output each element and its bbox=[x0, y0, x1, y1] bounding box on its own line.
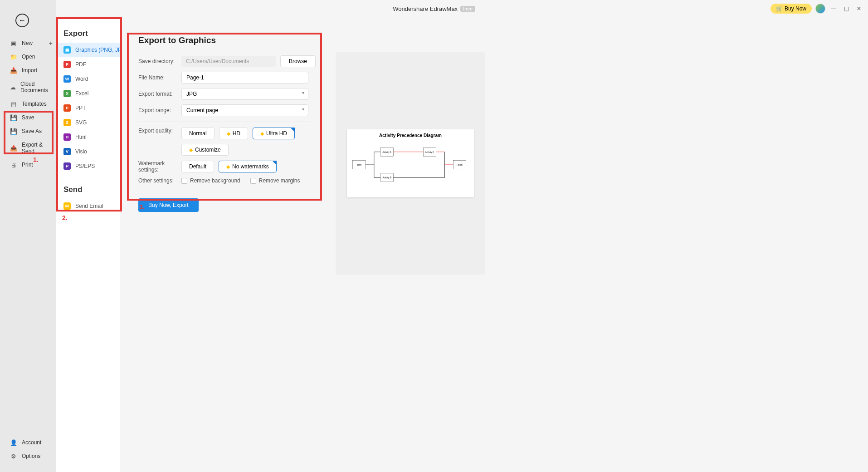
send-heading: Send bbox=[56, 182, 120, 199]
watermark-none-button[interactable]: ◆No watermarks bbox=[219, 161, 277, 172]
sidebar-item-open[interactable]: 📁 Open bbox=[0, 50, 56, 64]
diamond-icon: ◆ bbox=[260, 131, 264, 137]
svg-text:Activity C: Activity C bbox=[425, 151, 434, 153]
free-badge: Free bbox=[460, 6, 475, 12]
export-item-ppt[interactable]: P PPT bbox=[56, 101, 120, 115]
quality-customize-button[interactable]: ◆Customize bbox=[181, 144, 229, 156]
export-item-word[interactable]: W Word bbox=[56, 72, 120, 86]
svg-text:Activity A: Activity A bbox=[383, 151, 392, 153]
export-item-visio[interactable]: V Visio bbox=[56, 144, 120, 159]
sidebar-item-new[interactable]: ▣ New + bbox=[0, 36, 56, 50]
annotation-label-2: 2. bbox=[62, 214, 68, 221]
watermark-default-button[interactable]: Default bbox=[181, 161, 214, 172]
file-name-input[interactable] bbox=[181, 72, 308, 84]
minimize-button[interactable]: — bbox=[829, 4, 838, 13]
export-item-graphics[interactable]: ▣ Graphics (PNG, JPG e... bbox=[56, 43, 120, 57]
export-item-svg[interactable]: S SVG bbox=[56, 115, 120, 130]
svg-label: SVG bbox=[75, 119, 87, 126]
export-range-select[interactable]: Current page bbox=[181, 104, 308, 116]
close-button[interactable]: ✕ bbox=[854, 4, 863, 13]
sidebar-item-export-send[interactable]: 📤 Export & Send bbox=[0, 138, 56, 158]
export-button[interactable]: Buy Now, Export bbox=[138, 198, 199, 212]
excel-icon: X bbox=[63, 90, 71, 97]
diamond-icon: ◆ bbox=[227, 131, 230, 137]
hd-label: HD bbox=[233, 130, 240, 137]
import-icon: 📥 bbox=[10, 67, 17, 74]
pseps-icon: P bbox=[63, 162, 71, 170]
cloud-label: Cloud Documents bbox=[20, 81, 52, 93]
sidebar-item-save-as[interactable]: 💾 Save As bbox=[0, 124, 56, 138]
folder-icon: 📁 bbox=[10, 54, 17, 60]
visio-icon: V bbox=[63, 148, 71, 155]
ppt-label: PPT bbox=[75, 105, 86, 111]
account-label: Account bbox=[22, 439, 41, 446]
plus-icon: + bbox=[49, 39, 53, 47]
plus-square-icon: ▣ bbox=[10, 40, 17, 46]
remove-margins-label: Remove margins bbox=[259, 177, 300, 184]
annotation-label-1: 1. bbox=[33, 156, 39, 163]
nowatermark-label: No watermarks bbox=[232, 163, 269, 170]
export-format-select[interactable]: JPG bbox=[181, 88, 308, 100]
diamond-icon: ◆ bbox=[189, 147, 193, 153]
word-icon: W bbox=[63, 75, 71, 83]
sidebar-item-cloud[interactable]: ☁ Cloud Documents bbox=[0, 77, 56, 97]
gear-icon: ⚙ bbox=[10, 453, 17, 459]
export-icon: 📤 bbox=[10, 145, 17, 151]
pseps-label: PS/EPS bbox=[75, 163, 95, 169]
sidebar-item-save[interactable]: 💾 Save bbox=[0, 111, 56, 124]
app-title: Wondershare EdrawMax bbox=[393, 5, 458, 12]
export-item-send-email[interactable]: ✉ Send Email bbox=[56, 199, 120, 213]
browse-button[interactable]: Browse bbox=[280, 55, 316, 67]
ultrahd-label: Ultra HD bbox=[266, 130, 287, 137]
html-label: Html bbox=[75, 134, 87, 140]
sidebar-item-import[interactable]: 📥 Import bbox=[0, 64, 56, 77]
export-item-excel[interactable]: X Excel bbox=[56, 86, 120, 101]
checkbox-remove-bg[interactable]: Remove background bbox=[181, 177, 240, 184]
preview-document: Activity Precedence Diagram Start Activi… bbox=[347, 129, 474, 197]
quality-normal-button[interactable]: Normal bbox=[181, 128, 215, 139]
ppt-icon: P bbox=[63, 104, 71, 112]
print-label: Print bbox=[22, 162, 33, 168]
save-dir-input[interactable] bbox=[181, 56, 276, 67]
avatar[interactable] bbox=[815, 4, 825, 14]
divider bbox=[138, 122, 311, 122]
import-label: Import bbox=[22, 67, 37, 74]
preview-pane: Activity Precedence Diagram Start Activi… bbox=[336, 52, 485, 275]
account-icon: 👤 bbox=[10, 439, 17, 446]
label-file-name: File Name: bbox=[138, 74, 181, 81]
word-label: Word bbox=[75, 76, 88, 82]
export-item-html[interactable]: H Html bbox=[56, 130, 120, 144]
back-button[interactable]: ← bbox=[15, 14, 29, 27]
quality-hd-button[interactable]: ◆HD bbox=[219, 128, 248, 139]
checkbox-box bbox=[250, 178, 256, 184]
quality-ultrahd-button[interactable]: ◆Ultra HD bbox=[253, 128, 295, 139]
sidebar-item-print[interactable]: 🖨 Print bbox=[0, 158, 56, 172]
sidebar-item-options[interactable]: ⚙ Options bbox=[0, 449, 56, 463]
export-item-pdf[interactable]: P PDF bbox=[56, 57, 120, 72]
send-email-label: Send Email bbox=[75, 203, 103, 209]
svg-text:Finish: Finish bbox=[457, 164, 463, 166]
titlebar: Wondershare EdrawMax Free 🛒 Buy Now — ▢ … bbox=[0, 0, 868, 17]
cart-icon: 🛒 bbox=[776, 5, 783, 12]
checkbox-remove-margins[interactable]: Remove margins bbox=[250, 177, 300, 184]
buy-now-button[interactable]: 🛒 Buy Now bbox=[770, 4, 812, 14]
maximize-button[interactable]: ▢ bbox=[842, 4, 851, 13]
save-icon: 💾 bbox=[10, 114, 17, 121]
sidebar-item-templates[interactable]: ▤ Templates bbox=[0, 97, 56, 111]
preview-diagram: Start Activity A Activity B Activity C F… bbox=[351, 140, 470, 190]
export-item-pseps[interactable]: P PS/EPS bbox=[56, 159, 120, 173]
sidebar-item-account[interactable]: 👤 Account bbox=[0, 436, 56, 449]
graphics-icon: ▣ bbox=[63, 46, 71, 54]
label-watermark: Watermark settings: bbox=[138, 160, 181, 173]
templates-label: Templates bbox=[22, 101, 47, 107]
label-export-range: Export range: bbox=[138, 107, 181, 113]
open-label: Open bbox=[22, 54, 35, 60]
file-menu-sidebar: ← ▣ New + 📁 Open 📥 Import ☁ Cloud Docume… bbox=[0, 0, 56, 472]
customize-label: Customize bbox=[195, 147, 221, 153]
save-label: Save bbox=[22, 114, 34, 121]
new-label: New bbox=[22, 40, 33, 46]
export-title: Export to Graphics bbox=[138, 35, 850, 45]
cloud-icon: ☁ bbox=[10, 84, 16, 90]
print-icon: 🖨 bbox=[10, 162, 17, 168]
svg-text:Start: Start bbox=[357, 164, 362, 166]
